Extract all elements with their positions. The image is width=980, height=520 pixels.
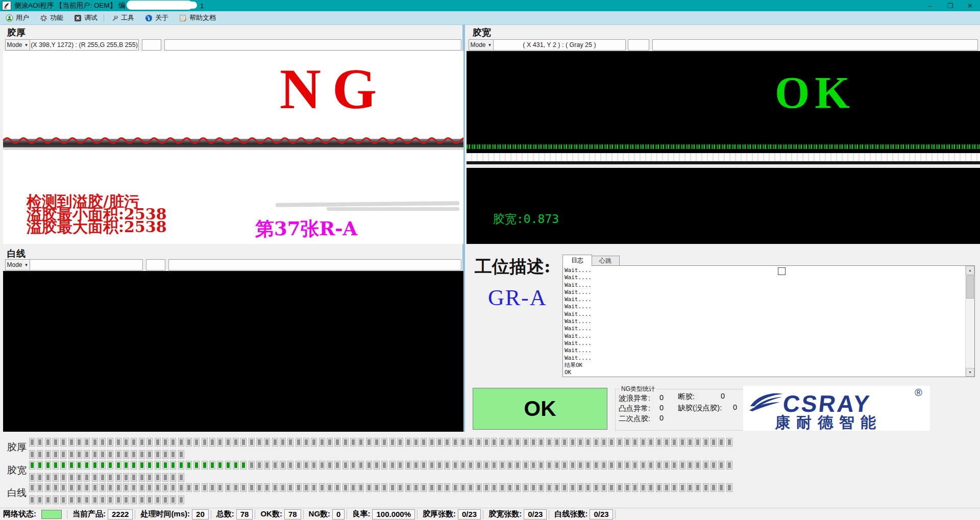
progress-cell bbox=[468, 461, 474, 469]
progress-cell bbox=[523, 438, 529, 447]
tab-log[interactable]: 日志 bbox=[562, 255, 592, 266]
progress-cell bbox=[342, 438, 349, 447]
progress-cell bbox=[139, 496, 145, 504]
progress-cell bbox=[107, 473, 113, 482]
progress-cell bbox=[303, 438, 309, 447]
progress-cell bbox=[499, 461, 505, 469]
status-field-value: 0 bbox=[332, 509, 345, 519]
pixel-readout-glue-thickness: (X 398,Y 1272) : (R 255,G 255,B 255) bbox=[30, 39, 139, 51]
ng-stat-label: 波浪异常: bbox=[619, 393, 650, 403]
gray-scribble bbox=[327, 207, 459, 211]
progress-cell bbox=[452, 483, 458, 492]
progress-cell bbox=[287, 438, 293, 447]
progress-cell bbox=[664, 438, 670, 447]
glue-line-image-stripe bbox=[467, 144, 980, 149]
progress-cell bbox=[155, 473, 161, 482]
progress-cell bbox=[554, 461, 560, 469]
scroll-down-icon[interactable]: ▼ bbox=[966, 368, 974, 377]
status-field-value: 100.000% bbox=[372, 509, 415, 519]
progress-cell bbox=[405, 483, 411, 492]
tab-heartbeat[interactable]: 心跳 bbox=[591, 256, 620, 266]
progress-cell bbox=[217, 483, 223, 492]
ng-stat-value: 0 bbox=[733, 403, 737, 411]
progress-cell bbox=[178, 450, 184, 459]
progress-cell bbox=[100, 461, 106, 469]
progress-cell bbox=[703, 461, 709, 469]
progress-cell bbox=[687, 438, 693, 447]
progress-cell bbox=[460, 483, 466, 492]
maximize-button[interactable]: ❐ bbox=[940, 0, 960, 11]
progress-cell bbox=[632, 483, 638, 492]
status-box-wide bbox=[164, 39, 461, 51]
progress-cell bbox=[202, 438, 208, 447]
status-field-value: 0/23 bbox=[590, 509, 612, 519]
progress-group-label: 白线 bbox=[7, 486, 27, 500]
progress-cell bbox=[648, 438, 654, 447]
scroll-thumb[interactable] bbox=[966, 275, 974, 299]
close-button[interactable]: ✕ bbox=[960, 0, 980, 11]
progress-cell bbox=[710, 461, 717, 469]
progress-cell bbox=[617, 461, 623, 469]
progress-cell bbox=[92, 496, 98, 504]
progress-cell bbox=[100, 438, 106, 447]
progress-cell bbox=[178, 461, 184, 469]
log-scrollbar[interactable]: ▲ ▼ bbox=[965, 266, 974, 377]
progress-cell bbox=[37, 496, 43, 504]
progress-cell bbox=[577, 438, 583, 447]
progress-cell bbox=[240, 483, 247, 492]
mode-dropdown-glue-width[interactable]: Mode ▼ bbox=[469, 39, 494, 51]
image-canvas-white-line[interactable] bbox=[3, 271, 463, 432]
progress-cell bbox=[60, 496, 66, 504]
scroll-up-icon[interactable]: ▲ bbox=[966, 266, 974, 275]
progress-cell bbox=[202, 483, 208, 492]
menu-item-user[interactable]: 用户 bbox=[0, 11, 34, 24]
progress-cell bbox=[264, 483, 270, 492]
progress-cell bbox=[523, 483, 529, 492]
swoosh-icon bbox=[747, 391, 785, 412]
registered-mark: ® bbox=[915, 387, 922, 399]
result-ok-button[interactable]: OK bbox=[473, 388, 607, 430]
menu-item-debug[interactable]: 调试 bbox=[68, 11, 103, 24]
ng-stats-title: NG类型统计 bbox=[620, 385, 656, 393]
log-checkbox[interactable] bbox=[778, 267, 786, 275]
log-list[interactable]: Wait....Wait....Wait....Wait....Wait....… bbox=[565, 267, 964, 376]
progress-cell bbox=[92, 450, 98, 459]
window-title: 侧涂AOI程序 【当前用户: OEM】 编 bbox=[14, 1, 126, 10]
progress-cell bbox=[436, 483, 443, 492]
mode-label: Mode bbox=[7, 261, 22, 268]
progress-cell bbox=[695, 461, 701, 469]
progress-cell bbox=[303, 461, 309, 469]
progress-cell bbox=[389, 483, 396, 492]
minimize-button[interactable]: – bbox=[920, 0, 940, 11]
mode-dropdown-white-line[interactable]: Mode ▼ bbox=[5, 259, 30, 270]
progress-group-label: 胶宽 bbox=[7, 464, 27, 477]
progress-cell bbox=[68, 438, 75, 447]
menu-item-help[interactable]: 帮助文档 bbox=[174, 11, 221, 24]
progress-cell bbox=[656, 483, 662, 492]
progress-cell bbox=[296, 483, 302, 492]
progress-cell bbox=[381, 461, 387, 469]
menu-item-function[interactable]: 功能 bbox=[34, 11, 68, 24]
progress-cell bbox=[139, 473, 145, 482]
progress-cell bbox=[608, 461, 615, 469]
progress-cell bbox=[593, 461, 599, 469]
log-entry: Wait.... bbox=[565, 333, 964, 340]
progress-cell bbox=[397, 483, 403, 492]
progress-cell bbox=[577, 461, 583, 469]
progress-cell bbox=[671, 483, 677, 492]
menu-item-label: 关于 bbox=[155, 13, 168, 22]
progress-cell bbox=[648, 483, 654, 492]
progress-cell bbox=[429, 461, 435, 469]
statusbar-fields: 当前产品:2222处理时间(ms):20总数:78OK数:78NG数:0良率:1… bbox=[69, 509, 618, 519]
progress-cell bbox=[350, 461, 356, 469]
progress-cell bbox=[209, 483, 215, 492]
log-panel: Wait....Wait....Wait....Wait....Wait....… bbox=[562, 265, 975, 377]
mode-dropdown-glue-thickness[interactable]: Mode ▼ bbox=[5, 39, 30, 51]
menu-item-tools[interactable]: 工具 bbox=[105, 11, 139, 24]
menu-item-about[interactable]: 关于 bbox=[139, 11, 174, 24]
progress-cell bbox=[311, 438, 317, 447]
progress-cell bbox=[29, 496, 35, 504]
progress-cell bbox=[68, 450, 75, 459]
progress-cell bbox=[405, 461, 411, 469]
statusbar: 网络状态: 当前产品:2222处理时间(ms):20总数:78OK数:78NG数… bbox=[0, 508, 980, 520]
